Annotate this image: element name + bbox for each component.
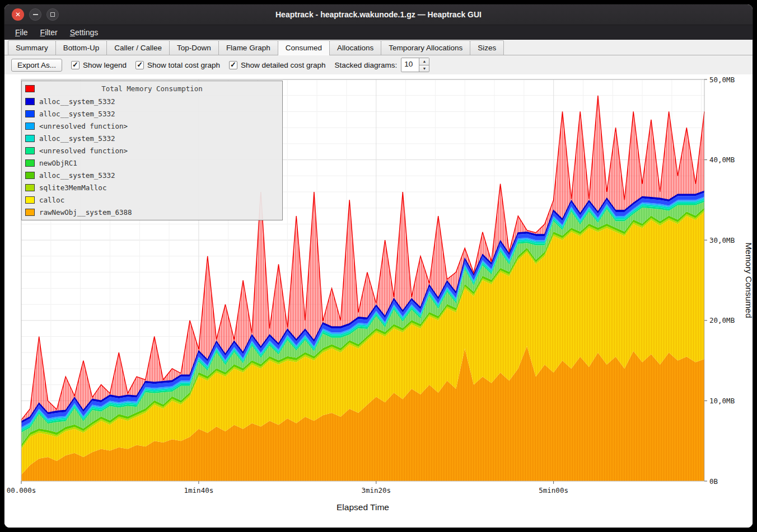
legend-label: <unresolved function> — [39, 147, 128, 155]
y-tick-label: 30,0MB — [709, 236, 735, 244]
total-swatch — [25, 85, 35, 92]
x-axis-title: Elapsed Time — [337, 502, 389, 512]
y-tick-label: 20,0MB — [709, 316, 735, 324]
checkbox-show-detailed-cost-graph[interactable]: ✓Show detailed cost graph — [229, 61, 326, 69]
checkbox-label: Show detailed cost graph — [241, 61, 326, 69]
minimize-button[interactable] — [29, 8, 41, 21]
maximize-button[interactable] — [46, 8, 59, 21]
legend-label: newObjRC1 — [39, 159, 77, 167]
checkbox-box: ✓ — [135, 61, 144, 69]
y-tick-label: 10,0MB — [709, 397, 735, 405]
legend-label: alloc__system_5332 — [39, 110, 115, 118]
checkbox-label: Show total cost graph — [147, 61, 220, 69]
tab-consumed[interactable]: Consumed — [278, 40, 330, 55]
legend-label: rawNewObj__system_6388 — [39, 208, 132, 216]
legend-item-calloc: calloc — [24, 194, 280, 206]
legend-item-alloc-system-5332: alloc__system_5332 — [24, 132, 280, 144]
legend-item-alloc-system-5332: alloc__system_5332 — [24, 107, 280, 120]
legend-label: sqlite3MemMalloc — [39, 183, 106, 192]
x-tick-label: 3min20s — [361, 486, 391, 495]
legend-swatch — [25, 159, 35, 167]
tab-flame-graph[interactable]: Flame Graph — [218, 40, 278, 55]
legend-swatch — [25, 209, 35, 216]
legend-swatch — [25, 184, 35, 191]
y-tick-label: 50,0MB — [709, 76, 735, 84]
spin-up-icon: ▲ — [422, 59, 426, 63]
window-controls: ✕ — [12, 8, 59, 21]
legend-label: calloc — [39, 196, 64, 204]
tab-allocations[interactable]: Allocations — [329, 40, 381, 55]
x-tick-label: 5min00s — [539, 486, 568, 495]
legend-label: alloc__system_5332 — [39, 171, 115, 180]
legend-item-newobjrc1: newObjRC1 — [24, 157, 280, 169]
checkbox-show-total-cost-graph[interactable]: ✓Show total cost graph — [135, 61, 220, 69]
check-icon: ✓ — [72, 61, 78, 68]
chart-legend: Total Memory Consumption alloc__system_5… — [21, 81, 283, 220]
legend-swatch — [25, 172, 35, 179]
legend-title-row: Total Memory Consumption — [24, 83, 280, 95]
legend-title: Total Memory Consumption — [24, 83, 280, 95]
legend-item-alloc-system-5332: alloc__system_5332 — [24, 169, 280, 181]
tab-summary[interactable]: Summary — [8, 40, 56, 55]
menu-filter[interactable]: Filter — [34, 25, 64, 40]
x-tick-label: 1min40s — [184, 486, 214, 495]
y-tick-label: 0B — [709, 477, 718, 486]
heaptrack-window: ✕ Heaptrack - heaptrack.wakunode.1.gz — … — [4, 4, 753, 528]
toolbar: Export As... ✓Show legend✓Show total cos… — [4, 55, 753, 74]
maximize-icon — [50, 12, 55, 17]
export-as-button[interactable]: Export As... — [11, 59, 62, 72]
stacked-diagrams-value[interactable]: 10 — [401, 58, 419, 72]
menu-file[interactable]: File — [9, 25, 34, 40]
checkbox-box: ✓ — [71, 61, 80, 69]
menubar: FileFilterSettings — [4, 25, 753, 40]
menu-settings[interactable]: Settings — [64, 25, 105, 40]
y-tick-label: 40,0MB — [709, 156, 735, 164]
legend-swatch — [25, 98, 35, 105]
tab-bottom-up[interactable]: Bottom-Up — [55, 40, 108, 55]
checkbox-show-legend[interactable]: ✓Show legend — [71, 61, 127, 69]
checkbox-box: ✓ — [229, 61, 237, 69]
legend-label: alloc__system_5332 — [39, 97, 115, 106]
close-icon: ✕ — [15, 11, 21, 18]
legend-swatch — [25, 196, 35, 204]
legend-swatch — [25, 110, 35, 117]
legend-item-alloc-system-5332: alloc__system_5332 — [24, 95, 280, 107]
legend-swatch — [25, 135, 35, 142]
legend-swatch — [25, 123, 35, 130]
tab-sizes[interactable]: Sizes — [470, 40, 504, 55]
spin-down-button[interactable]: ▼ — [419, 65, 429, 72]
spin-down-icon: ▼ — [422, 67, 426, 70]
spin-up-button[interactable]: ▲ — [419, 58, 429, 65]
stacked-diagrams-spinbox[interactable]: 10 ▲ ▼ — [401, 58, 429, 72]
check-icon: ✓ — [137, 61, 143, 68]
consumed-chart-area: 00.000s1min40s3min20s5min00s0B10,0MB20,0… — [4, 74, 753, 528]
legend-label: <unresolved function> — [39, 122, 128, 130]
tab-temporary-allocations[interactable]: Temporary Allocations — [381, 40, 470, 55]
tab-top-down[interactable]: Top-Down — [169, 40, 219, 55]
tabbar: SummaryBottom-UpCaller / CalleeTop-DownF… — [4, 40, 753, 55]
legend-item-rawnewobj-system-6388: rawNewObj__system_6388 — [24, 206, 280, 218]
check-icon: ✓ — [230, 61, 236, 68]
close-button[interactable]: ✕ — [12, 8, 24, 21]
legend-item-sqlite3memmalloc: sqlite3MemMalloc — [24, 181, 280, 194]
stacked-diagrams-label: Stacked diagrams: — [335, 61, 398, 69]
checkbox-label: Show legend — [83, 61, 127, 69]
tab-caller-callee[interactable]: Caller / Callee — [106, 40, 170, 55]
y-axis-title: Memory Consumed — [744, 242, 753, 318]
legend-item-unresolved-function: <unresolved function> — [24, 120, 280, 132]
legend-swatch — [25, 147, 35, 154]
window-title: Heaptrack - heaptrack.wakunode.1.gz — He… — [4, 4, 753, 25]
titlebar[interactable]: ✕ Heaptrack - heaptrack.wakunode.1.gz — … — [4, 4, 753, 25]
x-tick-label: 00.000s — [7, 486, 36, 495]
stacked-diagrams-group: Stacked diagrams: 10 ▲ ▼ — [335, 58, 430, 72]
minimize-icon — [33, 14, 38, 15]
checkbox-group: ✓Show legend✓Show total cost graph✓Show … — [71, 61, 326, 69]
spin-arrows: ▲ ▼ — [419, 58, 429, 72]
legend-item-unresolved-function: <unresolved function> — [24, 144, 280, 157]
legend-label: alloc__system_5332 — [39, 134, 115, 143]
